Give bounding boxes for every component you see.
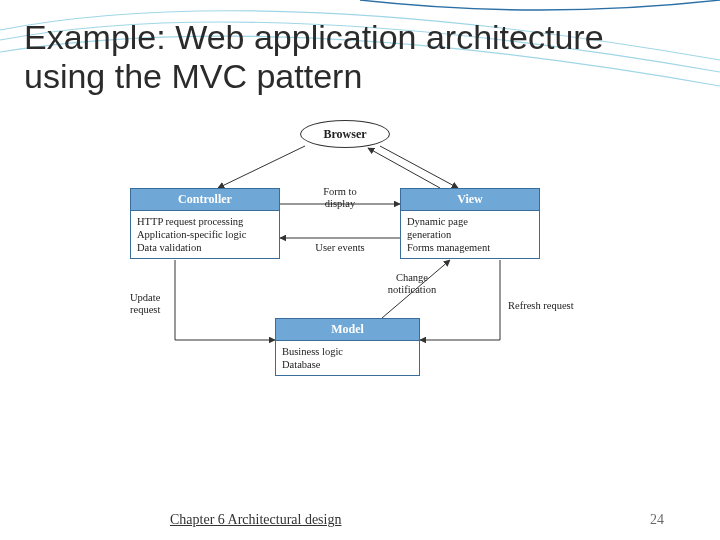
node-model-title: Model [275,318,420,341]
footer-page-number: 24 [650,512,664,528]
footer-chapter: Chapter 6 Architectural design [170,512,341,528]
node-controller: Controller HTTP request processing Appli… [130,188,280,259]
node-view-title: View [400,188,540,211]
edge-label-change-notification: Change notification [372,272,452,296]
node-controller-body: HTTP request processing Application-spec… [130,211,280,259]
svg-line-0 [218,146,305,188]
svg-line-2 [368,148,440,188]
slide-title: Example: Web application architecture us… [24,18,694,96]
node-controller-title: Controller [130,188,280,211]
diagram-arrows [110,120,610,450]
mvc-diagram: Browser Controller HTTP request processi… [110,120,610,450]
node-browser: Browser [300,120,390,148]
edge-label-form-to-display: Form to display [305,186,375,210]
node-view-body: Dynamic page generation Forms management [400,211,540,259]
edge-label-user-events: User events [305,242,375,254]
edge-label-update-request: Update request [130,292,190,316]
node-view: View Dynamic page generation Forms manag… [400,188,540,259]
node-model: Model Business logic Database [275,318,420,376]
node-model-body: Business logic Database [275,341,420,376]
svg-line-1 [380,146,458,188]
node-browser-label: Browser [323,127,366,142]
edge-label-refresh-request: Refresh request [508,300,598,312]
